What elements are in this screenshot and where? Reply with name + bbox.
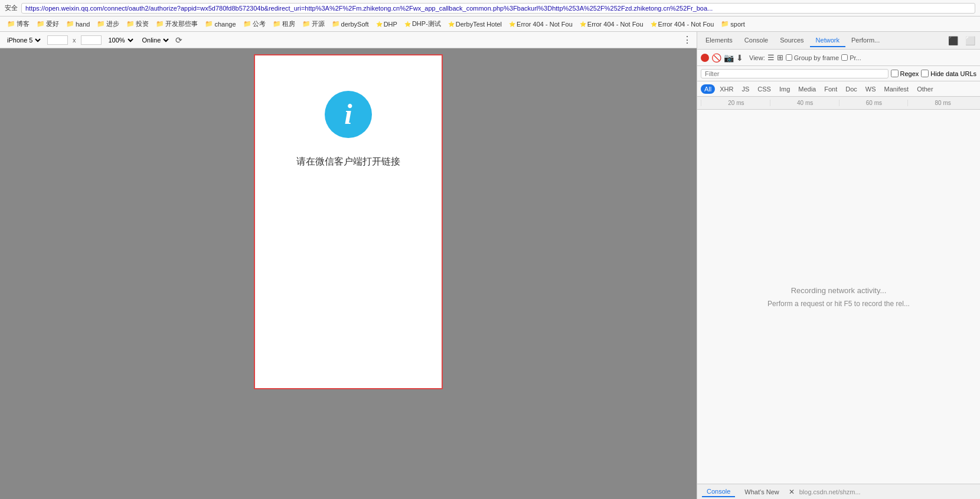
network-select[interactable]: Online [140,36,171,44]
regex-label: Regex [900,70,919,77]
bookmark-item[interactable]: ⭐Error 404 - Not Fou [507,20,575,28]
hide-data-label: Hide data URLs [930,70,976,77]
folder-icon: 📁 [273,20,281,28]
star-icon: ⭐ [651,21,657,27]
star-icon: ⭐ [509,21,515,27]
hint-text: Perform a request or hit F5 to record th… [767,300,910,308]
type-filter-doc[interactable]: Doc [842,84,861,94]
bookmark-label: Error 404 - Not Fou [587,21,643,28]
bookmark-item[interactable]: ⭐DHP [374,20,400,28]
devtools-tabs: Elements Console Sources Network Perform… [697,32,980,50]
bookmark-item[interactable]: 📁博客 [5,19,32,29]
bookmark-label: Error 404 - Not Fou [658,21,714,28]
dock-icon[interactable]: ⬛ [946,35,961,47]
bookmark-item[interactable]: 📁开发那些事 [153,19,200,29]
main-area: iPhone 5 320 x 568 100% Online ⟳ ⋮ [0,32,980,499]
bottom-tab-whats-new[interactable]: What's New [740,487,783,497]
bookmark-item[interactable]: 📁租房 [270,19,298,29]
timeline-mark: 20 ms [701,100,770,106]
type-filter-js[interactable]: JS [738,84,753,94]
folder-icon: 📁 [332,20,340,28]
clear-button[interactable]: 🚫 [711,53,721,63]
hide-data-checkbox[interactable]: Hide data URLs [921,70,976,77]
bookmark-item[interactable]: 📁投资 [124,19,151,29]
type-filter-ws[interactable]: WS [862,84,880,94]
folder-icon: 📁 [37,20,45,28]
folder-icon: 📁 [205,20,213,28]
bookmark-item[interactable]: ⭐Error 404 - Not Fou [648,20,717,28]
device-select[interactable]: iPhone 5 [5,36,43,44]
folder-icon: 📁 [156,20,164,28]
list-view-icon[interactable]: ☰ [767,53,775,62]
bookmarks-bar: 📁博客📁爱好📁hand📁进步📁投资📁开发那些事📁change📁公考📁租房📁开源📁… [0,17,980,32]
phone-content: i 请在微信客户端打开链接 [255,55,442,180]
device-toolbar: iPhone 5 320 x 568 100% Online ⟳ ⋮ [0,32,697,48]
type-filter-manifest[interactable]: Manifest [881,84,913,94]
tab-performance[interactable]: Perform... [845,34,886,47]
address-bar: 安全 [0,0,980,17]
bookmark-label: DHP [384,21,397,28]
bookmark-label: Error 404 - Not Fou [517,21,573,28]
more-options-icon[interactable]: ⋮ [682,34,692,45]
star-icon: ⭐ [376,21,383,27]
camera-button[interactable]: 📷 [724,53,734,63]
bookmark-item[interactable]: 📁hand [64,19,92,28]
bookmark-item[interactable]: ⭐Error 404 - Not Fou [577,20,646,28]
bookmark-label: 进步 [106,19,119,28]
type-filter-font[interactable]: Font [821,84,841,94]
type-filter-xhr[interactable]: XHR [716,84,737,94]
bookmark-item[interactable]: 📁开源 [300,19,327,29]
height-input[interactable]: 568 [81,35,102,45]
devtools-panel: Elements Console Sources Network Perform… [697,32,980,499]
tab-sources[interactable]: Sources [774,34,809,47]
filter-input[interactable] [701,69,888,78]
network-content: Recording network activity... Perform a … [697,110,980,484]
tab-network[interactable]: Network [810,34,845,47]
tab-console[interactable]: Console [739,34,774,47]
bookmark-label: change [214,21,236,28]
type-filter-css[interactable]: CSS [754,84,775,94]
tab-elements[interactable]: Elements [700,34,739,47]
bottom-close-button[interactable]: ✕ [789,488,795,496]
bookmark-item[interactable]: 📁进步 [94,19,122,29]
filter-button[interactable]: ⬇ [736,53,743,63]
type-filter-img[interactable]: Img [776,84,793,94]
network-toolbar: 🚫 📷 ⬇ View: ☰ ⊞ Group by frame Pr... [697,50,980,66]
bookmark-item[interactable]: 📁derbySoft [329,19,371,28]
bookmark-item[interactable]: 📁公考 [241,19,268,29]
dimension-separator: x [73,37,76,44]
type-filter-all[interactable]: All [701,84,715,94]
bookmark-label: sport [730,21,744,28]
zoom-select[interactable]: 100% [106,36,135,44]
preserve-log-label: Pr... [850,54,861,61]
group-by-frame-checkbox[interactable]: Group by frame [786,54,839,61]
bookmark-item[interactable]: ⭐DHP-测试 [402,19,443,29]
folder-icon: 📁 [7,20,15,28]
width-input[interactable]: 320 [47,35,68,45]
bookmark-item[interactable]: 📁爱好 [34,19,61,29]
grid-view-icon[interactable]: ⊞ [777,53,783,62]
type-filter-other[interactable]: Other [913,84,937,94]
undock-icon[interactable]: ⬜ [963,35,978,47]
bottom-tab-console[interactable]: Console [702,487,735,497]
bookmark-item[interactable]: 📁sport [718,19,747,28]
browser-chrome: 安全 📁博客📁爱好📁hand📁进步📁投资📁开发那些事📁change📁公考📁租房📁… [0,0,980,499]
url-input[interactable] [21,3,975,14]
star-icon: ⭐ [404,21,411,27]
bookmark-label: 开发那些事 [165,19,198,28]
bookmark-label: hand [76,21,90,28]
bookmark-label: 开源 [312,19,325,28]
group-by-frame-label: Group by frame [794,54,839,61]
rotate-icon[interactable]: ⟳ [175,35,182,45]
folder-icon: 📁 [126,20,135,28]
network-filter-bar: Regex Hide data URLs [697,66,980,81]
folder-icon: 📁 [66,20,74,28]
type-filter-media[interactable]: Media [795,84,819,94]
regex-checkbox[interactable]: Regex [891,70,919,77]
preserve-log-checkbox[interactable]: Pr... [841,54,861,61]
record-button[interactable] [701,54,709,62]
bookmark-item[interactable]: 📁change [202,19,238,28]
bookmark-item[interactable]: ⭐DerbyTest Hotel [446,20,504,28]
bookmark-label: DerbyTest Hotel [456,21,502,28]
phone-container: i 请在微信客户端打开链接 [254,54,443,389]
